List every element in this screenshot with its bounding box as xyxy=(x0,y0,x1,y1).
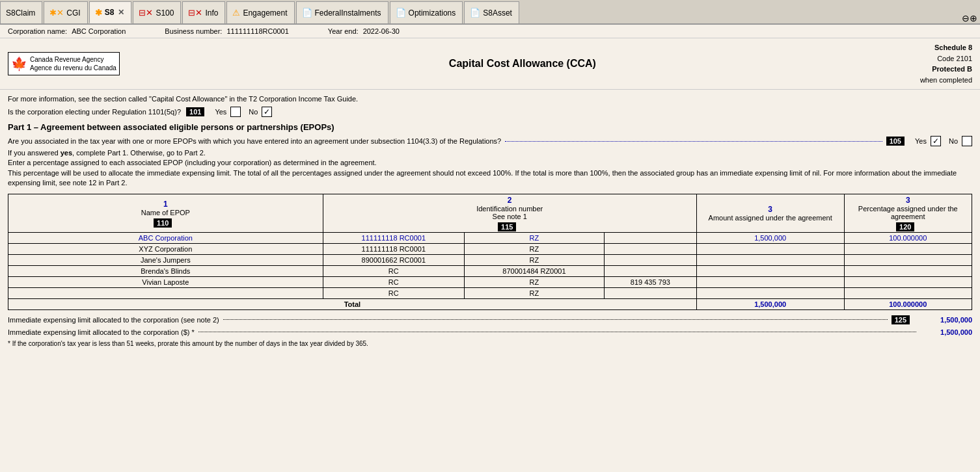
epop-name-0[interactable]: ABC Corporation xyxy=(8,232,323,243)
epop-id2-4[interactable]: RZ xyxy=(465,276,605,287)
epop-name-1[interactable]: XYZ Corporation xyxy=(8,243,323,254)
epop-amount-0[interactable]: 1,500,000 xyxy=(696,232,844,243)
epop-id3-1[interactable] xyxy=(604,243,696,254)
corp-name-info: Corporation name: ABC Corporation xyxy=(8,27,126,35)
tab-s100[interactable]: ⊟✕ S100 xyxy=(133,1,181,23)
epop-amount-4[interactable] xyxy=(696,276,844,287)
epop-id1-5[interactable]: RC xyxy=(323,287,464,298)
s8asset-icon: 📄 xyxy=(470,8,480,18)
yes-checkbox-105[interactable]: ✓ xyxy=(931,136,941,146)
close-icon[interactable]: ✕ xyxy=(118,8,124,17)
year-end-info: Year end: 2022-06-30 xyxy=(328,27,400,35)
info-label: Info xyxy=(205,8,218,18)
cgi-icon: ✱✕ xyxy=(49,8,64,18)
regulation-question: Is the corporation electing under Regula… xyxy=(8,108,181,116)
when-label: when completed xyxy=(920,75,972,86)
no-label-101: No xyxy=(249,108,258,116)
epop-name-5[interactable] xyxy=(8,287,323,298)
epop-name-4[interactable]: Vivian Laposte xyxy=(8,276,323,287)
epop-pct-4[interactable] xyxy=(844,276,972,287)
col1-header: 1 Name of EPOP 110 xyxy=(8,194,323,232)
epop-amount-3[interactable] xyxy=(696,265,844,276)
tab-s8asset[interactable]: 📄 S8Asset xyxy=(464,1,519,23)
epop-id2-0[interactable]: RZ xyxy=(465,232,605,243)
epop-id3-4[interactable]: 819 435 793 xyxy=(604,276,696,287)
s8asset-label: S8Asset xyxy=(483,8,512,18)
yes-label-101: Yes xyxy=(215,108,226,116)
epop-id1-1[interactable]: 111111118 RC0001 xyxy=(323,243,464,254)
schedule-info: Schedule 8 Code 2101 Protected B when co… xyxy=(920,42,972,85)
main-content: For more information, see the section ca… xyxy=(0,90,980,352)
info-bar: Corporation name: ABC Corporation Busine… xyxy=(0,25,980,38)
note-enter-text: Enter a percentage assigned to each asso… xyxy=(8,159,972,166)
business-number-info: Business number: 111111118RC0001 xyxy=(165,27,289,35)
question-105-row: Are you associated in the tax year with … xyxy=(8,136,972,146)
yes-checkbox-101[interactable] xyxy=(230,107,241,117)
epop-pct-3[interactable] xyxy=(844,265,972,276)
cgi-label: CGI xyxy=(66,8,80,18)
epop-pct-2[interactable] xyxy=(844,254,972,265)
info-line: For more information, see the section ca… xyxy=(8,95,972,103)
part1-title: Part 1 – Agreement between associated el… xyxy=(8,122,972,132)
tab-s8claim[interactable]: S8Claim xyxy=(0,1,42,23)
epop-id3-5[interactable] xyxy=(604,287,696,298)
epop-id3-2[interactable] xyxy=(604,254,696,265)
epop-id3-3[interactable] xyxy=(604,265,696,276)
tab-cgi[interactable]: ✱✕ CGI xyxy=(44,1,87,23)
col3-label: Amount assigned under the agreement xyxy=(700,214,841,222)
epop-id1-0[interactable]: 111111118 RC0001 xyxy=(323,232,464,243)
epop-id3-0[interactable] xyxy=(604,232,696,243)
epop-pct-0[interactable]: 100.000000 xyxy=(844,232,972,243)
epop-id2-2[interactable]: RZ xyxy=(465,254,605,265)
epop-amount-2[interactable] xyxy=(696,254,844,265)
total-amount-cell: 1,500,000 xyxy=(696,298,844,309)
note-yes-text: If you answered yes, complete Part 1. Ot… xyxy=(8,149,972,157)
s8-label: S8 xyxy=(105,8,115,17)
line125b-row: Immediate expensing limit allocated to t… xyxy=(8,328,972,336)
epop-amount-5[interactable] xyxy=(696,287,844,298)
epop-name-2[interactable]: Jane's Jumpers xyxy=(8,254,323,265)
epop-id2-1[interactable]: RZ xyxy=(465,243,605,254)
no-checkbox-101[interactable]: ✓ xyxy=(262,107,272,117)
col2-label: Identification number xyxy=(326,205,694,213)
tab-info[interactable]: ⊟✕ Info xyxy=(182,1,225,23)
tab-optimizations[interactable]: 📄 Optimizations xyxy=(390,1,463,23)
footnote: * If the corporation's tax year is less … xyxy=(8,340,972,347)
opt-label: Optimizations xyxy=(409,8,456,18)
s8claim-label: S8Claim xyxy=(6,8,35,18)
yes-label-105: Yes xyxy=(915,137,927,145)
info-doc-icon: ⊟✕ xyxy=(188,8,202,18)
epop-id2-3[interactable]: 870001484 RZ0001 xyxy=(465,265,605,276)
question-105-text: Are you associated in the tax year with … xyxy=(8,137,501,145)
s100-doc-icon: ⊟✕ xyxy=(139,8,153,18)
no-checkbox-105[interactable] xyxy=(962,136,972,146)
dotted-line-105 xyxy=(505,141,882,142)
yes-no-105: Yes ✓ No xyxy=(915,136,972,146)
federal-icon: 📄 xyxy=(302,8,312,18)
field-105-badge: 105 xyxy=(886,137,905,146)
tab-scroll-arrows[interactable]: ⊖ ⊕ xyxy=(962,13,980,23)
tab-federalinstalments[interactable]: 📄 FederalInstalments xyxy=(296,1,388,23)
table-row: Jane's Jumpers 890001662 RC0001 RZ xyxy=(8,254,972,265)
epop-id1-2[interactable]: 890001662 RC0001 xyxy=(323,254,464,265)
epop-table: 1 Name of EPOP 110 2 Identification numb… xyxy=(8,194,972,310)
tab-engagement[interactable]: ⚠ Engagement xyxy=(226,1,294,23)
total-label-cell: Total xyxy=(8,298,697,309)
left-arrow-icon[interactable]: ⊖ xyxy=(962,13,970,23)
epop-id2-5[interactable]: RZ xyxy=(465,287,605,298)
epop-pct-1[interactable] xyxy=(844,243,972,254)
agency-en: Canada Revenue Agency xyxy=(30,55,116,64)
epop-id1-3[interactable]: RC xyxy=(323,265,464,276)
dotted-line-125b xyxy=(198,332,916,332)
schedule-label: Schedule 8 xyxy=(920,42,972,53)
col4-num: 3 xyxy=(847,196,970,205)
right-arrow-icon[interactable]: ⊕ xyxy=(970,13,977,23)
epop-pct-5[interactable] xyxy=(844,287,972,298)
epop-id1-4[interactable]: RC xyxy=(323,276,464,287)
table-row: XYZ Corporation 111111118 RC0001 RZ xyxy=(8,243,972,254)
tab-bar: S8Claim ✱✕ CGI ✱ S8 ✕ ⊟✕ S100 ⊟✕ Info ⚠ … xyxy=(0,0,980,25)
epop-amount-1[interactable] xyxy=(696,243,844,254)
epop-name-3[interactable]: Brenda's Blinds xyxy=(8,265,323,276)
line125-label: Immediate expensing limit allocated to t… xyxy=(8,316,219,324)
tab-s8[interactable]: ✱ S8 ✕ xyxy=(89,1,132,23)
